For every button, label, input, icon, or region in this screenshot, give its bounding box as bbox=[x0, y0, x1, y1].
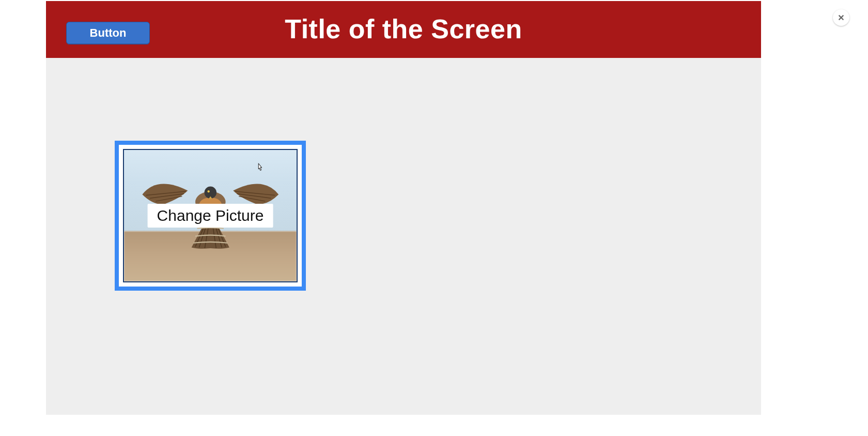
svg-point-3 bbox=[207, 190, 209, 192]
header-bar: Button Title of the Screen bbox=[46, 1, 761, 58]
image-inner-frame: Change Picture bbox=[123, 149, 298, 282]
change-picture-button[interactable]: Change Picture bbox=[148, 204, 273, 228]
image-card[interactable]: Change Picture bbox=[115, 141, 306, 291]
close-icon bbox=[838, 14, 845, 21]
page-title: Title of the Screen bbox=[46, 13, 761, 44]
close-button[interactable] bbox=[833, 9, 849, 26]
screen-frame: Button Title of the Screen bbox=[46, 1, 761, 415]
change-picture-label: Change Picture bbox=[157, 207, 264, 224]
